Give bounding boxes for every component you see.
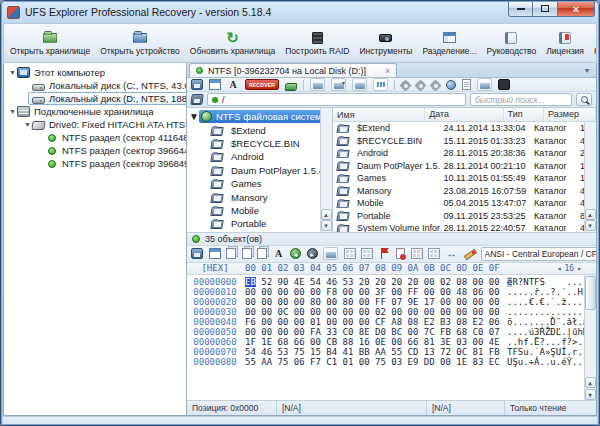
- folder-nav-icon[interactable]: [190, 94, 204, 105]
- folder-tree-item[interactable]: Portable: [189, 217, 332, 230]
- toolbar-button-license[interactable]: Лицензия: [542, 25, 588, 61]
- hex-panel-icon[interactable]: [373, 78, 388, 91]
- export-block-icon[interactable]: [396, 248, 405, 259]
- hex-body[interactable]: 00000000EB 52 90 4E 54 46 53 20 20 20 20…: [187, 275, 596, 401]
- bookmark-icon[interactable]: [379, 248, 391, 259]
- view-icon[interactable]: [209, 248, 221, 259]
- storage-tree-item[interactable]: NTFS раздел (сектор 396849152, 43.65ГБ): [4, 157, 186, 170]
- storage-tree-item[interactable]: ▼Этот компьютер: [4, 66, 186, 79]
- copy-hex-icon[interactable]: [242, 248, 252, 259]
- storage-tree-item[interactable]: ▼Подключенные хранилища: [4, 105, 186, 118]
- column-size[interactable]: Размер: [544, 108, 596, 121]
- charset-select[interactable]: ANSI - Central European / CP-1250▼: [481, 247, 597, 261]
- storage-tree-item[interactable]: Локальный диск (D:, NTFS, 188.93ГБ): [4, 92, 186, 105]
- pager-right-icon[interactable]: ▸: [577, 264, 582, 273]
- folder-scan-icon[interactable]: [352, 78, 367, 91]
- folder-tree-item[interactable]: Daum PotPlayer 1.5.43844: [189, 164, 332, 177]
- table-row[interactable]: Mansory23.08.2015 16:07:59Каталог4 КБ: [333, 185, 596, 198]
- hex-row[interactable]: 00000040F6 00 00 00 01 00 00 00 CF A8 08…: [187, 317, 596, 327]
- block-view-icon[interactable]: [344, 248, 356, 259]
- table-row[interactable]: Mobile05.04.2015 13:47:07Каталог4 КБ: [333, 197, 596, 210]
- toolbar-button-build-raid[interactable]: Построить RAID: [281, 25, 353, 61]
- save-icon[interactable]: [191, 248, 203, 259]
- eject-icon[interactable]: [498, 79, 510, 90]
- structure-icon[interactable]: [411, 248, 423, 259]
- hex-row[interactable]: 00000000EB 52 90 4E 54 46 53 20 20 20 20…: [187, 277, 596, 287]
- forward-icon[interactable]: ▸: [307, 248, 318, 259]
- find-icon[interactable]: A: [227, 79, 239, 90]
- toolbar-button-tools[interactable]: Инструменты: [355, 25, 416, 61]
- expander-icon[interactable]: ▼: [8, 69, 17, 76]
- expander-icon[interactable]: ▼: [189, 111, 199, 122]
- table-row[interactable]: Games10.11.2015 01:55:49Каталог12 КБ: [333, 172, 596, 185]
- scroll-thumb[interactable]: [585, 276, 596, 310]
- column-type[interactable]: Тип: [504, 108, 544, 121]
- storage-tree-item[interactable]: NTFS раздел (сектор 396644352, 0.09ГБ): [4, 144, 186, 157]
- folder-tree-item[interactable]: $RECYCLE.BIN: [189, 137, 332, 150]
- scroll-down-icon[interactable]: ▼: [585, 220, 596, 231]
- table-row[interactable]: System Volume Information28.11.2015 22:4…: [333, 222, 596, 232]
- table-row[interactable]: $RECYCLE.BIN15.11.2015 01:33:23Каталог4 …: [333, 135, 596, 148]
- hex-row[interactable]: 0000008055 AA 75 06 F7 C1 01 00 75 03 E9…: [187, 357, 596, 367]
- report-icon[interactable]: [462, 79, 471, 90]
- folder-tree-item[interactable]: Games: [189, 177, 332, 190]
- folder-tree-scrollbar[interactable]: ▲ ▼: [320, 108, 332, 232]
- pager-left-icon[interactable]: ◂: [557, 264, 562, 273]
- hex-row[interactable]: 000000601F 1E 68 66 00 CB 88 16 0E 00 66…: [187, 337, 596, 347]
- search-button[interactable]: [576, 93, 592, 106]
- export-icon[interactable]: [431, 81, 440, 90]
- mount-storage-icon[interactable]: [284, 83, 297, 91]
- recover-button[interactable]: RECOVER: [245, 79, 279, 90]
- folder-tree-item[interactable]: Android: [189, 150, 332, 163]
- tab-list-button[interactable]: ▼: [580, 65, 594, 77]
- file-list-scrollbar[interactable]: ▲ ▼: [584, 122, 596, 232]
- toolbar-button-partition[interactable]: Разделение...: [418, 25, 480, 61]
- folder-tree-item[interactable]: $Extend: [189, 123, 332, 136]
- toolbar-button-open-storage[interactable]: Открыть хранилище: [6, 25, 94, 61]
- hex-row[interactable]: 0000007054 46 53 75 15 B4 41 BB AA 55 CD…: [187, 347, 596, 357]
- hex-row[interactable]: 0000003000 00 0C 00 00 00 00 00 02 00 00…: [187, 307, 596, 317]
- hex-view-icon[interactable]: [209, 79, 221, 90]
- table-row[interactable]: Android28.11.2015 20:38:36Каталог20 КБ: [333, 147, 596, 160]
- title-bar[interactable]: UFS Explorer Professional Recovery - ver…: [1, 1, 599, 23]
- back-icon[interactable]: ◂: [290, 248, 301, 259]
- block-view2-icon[interactable]: [361, 248, 373, 259]
- folder-tree-item[interactable]: Mansory: [189, 190, 332, 203]
- goto-icon[interactable]: [323, 247, 338, 260]
- save-icon[interactable]: [191, 79, 203, 90]
- table-row[interactable]: Portable09.11.2015 23:53:25Каталог8 КБ: [333, 210, 596, 223]
- structure2-icon[interactable]: [428, 248, 440, 259]
- folder-select-icon[interactable]: [331, 78, 346, 91]
- settings-icon[interactable]: [416, 81, 425, 90]
- copy-text-icon[interactable]: [257, 248, 267, 259]
- scroll-up-icon[interactable]: ▲: [321, 209, 332, 220]
- scroll-up-icon[interactable]: ▲: [585, 209, 596, 220]
- toolbar-button-open-device[interactable]: Открыть устройство: [96, 25, 184, 61]
- search-input[interactable]: [470, 93, 572, 106]
- swap-bytes-icon[interactable]: ↔: [446, 248, 458, 259]
- toolbar-button-refresh-storages[interactable]: ↻Обновить хранилища: [186, 25, 279, 61]
- storage-tree-item[interactable]: NTFS раздел (сектор 411648, 188.93ГБ): [4, 131, 186, 144]
- copy-icon[interactable]: [226, 248, 236, 259]
- expander-icon[interactable]: ▼: [23, 121, 32, 128]
- scroll-down-icon[interactable]: ▼: [585, 389, 596, 400]
- network-icon[interactable]: [446, 80, 456, 90]
- hex-row[interactable]: 0000001000 00 00 00 00 F8 00 00 3F 00 FF…: [187, 287, 596, 297]
- column-date[interactable]: Дата: [425, 108, 503, 121]
- scroll-down-icon[interactable]: ▼: [321, 220, 332, 231]
- maximize-button[interactable]: [533, 1, 558, 17]
- folder-up-icon[interactable]: [310, 78, 325, 91]
- find-icon[interactable]: A: [273, 248, 285, 259]
- storage-tree-item[interactable]: ▼Drive0: Fixed HITACHI ATA HTS54502589A: [4, 118, 186, 131]
- add-folder-icon[interactable]: [477, 78, 492, 91]
- toolbar-button-manual[interactable]: Руководство: [483, 25, 541, 61]
- scroll-up-icon[interactable]: ▲: [585, 377, 596, 388]
- folder-tree-item[interactable]: Mobile: [189, 204, 332, 217]
- close-button[interactable]: ×: [558, 1, 595, 17]
- folder-tree-root[interactable]: ▼NTFS файловая система: [189, 110, 332, 123]
- object-settings-icon[interactable]: [401, 81, 410, 90]
- minimize-button[interactable]: [508, 1, 533, 17]
- hex-row[interactable]: 0000002000 00 00 00 80 00 80 00 FF 07 9E…: [187, 297, 596, 307]
- tab-ntfs-partition[interactable]: NTFS [0-396232704 на Local Disk (D:)] ×: [189, 63, 397, 77]
- expander-icon[interactable]: ▼: [8, 108, 17, 115]
